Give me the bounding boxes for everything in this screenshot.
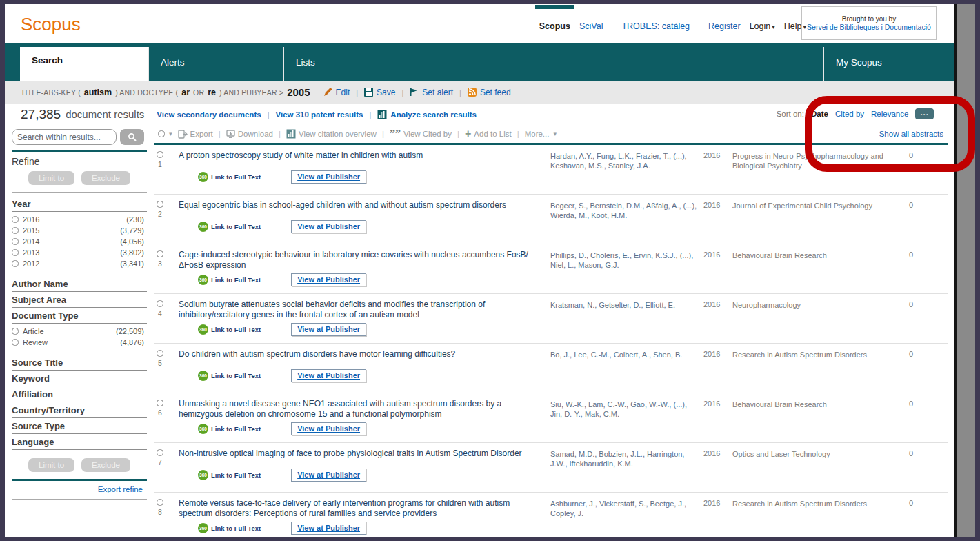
facet-label[interactable]: 2015 [23,226,39,235]
result-source[interactable]: Research in Autism Spectrum Disorders [732,498,901,537]
tab-my-scopus[interactable]: My Scopus [823,47,954,81]
row-checkbox[interactable] [157,300,163,307]
sort-relevance-option[interactable]: Relevance [871,110,908,118]
row-checkbox[interactable] [157,201,163,208]
result-title-link[interactable]: Cage-induced stereotypic behaviour in la… [179,250,545,270]
result-source[interactable]: Neuropharmacology [732,299,901,343]
search-within-results-button[interactable] [120,129,144,145]
sort-more-button[interactable]: ... [915,108,934,119]
full-text-link[interactable]: 360Link to Full Text [198,523,261,533]
result-title-link[interactable]: Non-intrusive optical imaging of face to… [179,449,545,459]
view-at-publisher-button[interactable]: View at Publisher [291,369,366,382]
full-text-link[interactable]: 360Link to Full Text [198,324,261,335]
result-source[interactable]: Behavioural Brain Research [732,250,901,293]
facet-checkbox[interactable] [12,260,19,267]
view-at-publisher-button[interactable]: View at Publisher [291,220,366,233]
exclude-button[interactable]: Exclude [81,458,130,472]
more-button[interactable]: More...▾ [525,130,557,138]
result-title-link[interactable]: Equal egocentric bias in school-aged chi… [179,200,545,210]
facet-year-heading[interactable]: Year [12,197,147,212]
row-checkbox[interactable] [157,400,163,406]
nav-scival[interactable]: SciVal [579,21,603,31]
download-button[interactable]: Download [226,130,273,139]
result-title-link[interactable]: Do children with autism spectrum disorde… [179,349,545,360]
facet-subject-area-heading[interactable]: Subject Area [12,292,147,308]
facet-label[interactable]: Article [23,327,44,335]
facet-checkbox[interactable] [12,249,19,256]
facet-label[interactable]: 2012 [23,259,39,268]
view-patent-results-link[interactable]: View 310 patent results [275,110,363,119]
result-authors[interactable]: Siu, W.-K., Lam, C.-W., Gao, W.-W., (...… [550,399,698,442]
result-authors[interactable]: Ashburner, J., Vickerstaff, S., Beetge, … [550,498,698,537]
full-text-link[interactable]: 360Link to Full Text [198,275,261,285]
result-title-link[interactable]: Unmasking a novel disease gene NEO1 asso… [179,399,545,420]
result-source[interactable]: Research in Autism Spectrum Disorders [732,349,901,393]
full-text-link[interactable]: 360Link to Full Text [198,371,261,381]
result-title-link[interactable]: Sodium butyrate attenuates social behavi… [179,299,545,320]
result-authors[interactable]: Kratsman, N., Getselter, D., Elliott, E. [550,299,698,343]
facet-affiliation-heading[interactable]: Affiliation [12,386,147,402]
full-text-link[interactable]: 360Link to Full Text [198,172,261,182]
view-cited-by-button[interactable]: ”” View Cited by [390,130,452,138]
select-all-checkbox[interactable]: ▾ [158,130,172,137]
result-source[interactable]: Progress in Neuro-Psychopharmacology and… [732,150,901,194]
save-query-button[interactable]: Save [364,88,395,97]
search-within-results-input[interactable] [12,129,117,145]
facet-checkbox[interactable] [12,238,19,245]
facet-author-name-heading[interactable]: Author Name [12,276,147,292]
result-authors[interactable]: Samad, M.D., Bobzien, J.L., Harrington, … [550,449,698,492]
result-authors[interactable]: Begeer, S., Bernstein, D.M., Aßfalg, A.,… [550,200,698,244]
window-gray-strip[interactable] [957,4,975,537]
tab-lists[interactable]: Lists [283,47,419,81]
facet-checkbox[interactable] [12,328,19,335]
view-citation-overview-button[interactable]: View citation overview [286,129,377,139]
row-checkbox[interactable] [157,449,163,456]
facet-checkbox[interactable] [12,216,19,223]
view-at-publisher-button[interactable]: View at Publisher [291,323,366,336]
set-alert-button[interactable]: Set alert [410,88,453,97]
facet-label[interactable]: 2016 [23,215,39,224]
tab-search[interactable]: Search [20,47,148,81]
facet-label[interactable]: Review [23,338,48,346]
row-checkbox[interactable] [157,151,163,158]
view-at-publisher-button[interactable]: View at Publisher [291,522,366,535]
sort-cited-by-option[interactable]: Cited by [835,110,864,118]
brought-line2-link[interactable]: Servei de Biblioteques i Documentació [807,23,931,31]
nav-login[interactable]: Login▾ [750,21,775,31]
nav-register[interactable]: Register [708,21,741,31]
result-source[interactable]: Journal of Experimental Child Psychology [732,200,901,244]
view-at-publisher-button[interactable]: View at Publisher [291,273,366,286]
full-text-link[interactable]: 360Link to Full Text [198,424,261,434]
facet-keyword-heading[interactable]: Keyword [12,371,147,386]
facet-label[interactable]: 2014 [23,237,39,246]
view-at-publisher-button[interactable]: View at Publisher [291,469,366,482]
result-title-link[interactable]: A proton spectroscopy study of white mat… [179,150,545,161]
result-source[interactable]: Optics and Laser Technology [732,449,901,492]
facet-checkbox[interactable] [12,339,19,346]
facet-source-title-heading[interactable]: Source Title [12,355,147,371]
add-to-list-button[interactable]: + Add to List [465,130,512,138]
limit-to-button[interactable]: Limit to [28,458,74,472]
view-at-publisher-button[interactable]: View at Publisher [291,170,366,184]
exclude-button[interactable]: Exclude [81,171,130,185]
tab-alerts[interactable]: Alerts [148,47,283,81]
nav-scopus[interactable]: Scopus [539,21,570,31]
facet-country-heading[interactable]: Country/Territory [12,402,147,418]
row-checkbox[interactable] [157,499,163,506]
facet-checkbox[interactable] [12,227,19,234]
row-checkbox[interactable] [157,350,163,357]
export-refine-link[interactable]: Export refine [12,485,147,493]
result-title-link[interactable]: Remote versus face-to-face delivery of e… [179,498,545,519]
analyze-search-results-link[interactable]: Analyze search results [377,110,477,119]
row-checkbox[interactable] [157,250,163,257]
facet-label[interactable]: 2013 [23,248,39,257]
facet-document-type-heading[interactable]: Document Type [12,308,147,324]
facet-language-heading[interactable]: Language [12,434,147,450]
result-authors[interactable]: Phillips, D., Choleris, E., Ervin, K.S.J… [550,250,698,293]
full-text-link[interactable]: 360Link to Full Text [198,222,261,232]
set-feed-button[interactable]: Set feed [468,88,511,97]
view-at-publisher-button[interactable]: View at Publisher [291,422,366,435]
facet-source-type-heading[interactable]: Source Type [12,418,147,434]
result-authors[interactable]: Hardan, A.Y., Fung, L.K., Frazier, T., (… [550,150,698,194]
sort-date-option[interactable]: Date [811,110,828,118]
